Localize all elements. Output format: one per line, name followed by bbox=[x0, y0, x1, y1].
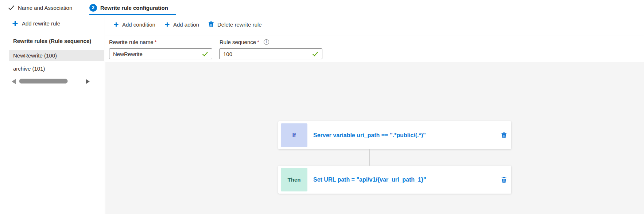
rewrite-rule-name-label: Rewrite rule name* bbox=[109, 39, 157, 45]
rule-sequence-field bbox=[219, 48, 322, 59]
add-rewrite-rule-button[interactable]: Add rewrite rule bbox=[12, 20, 60, 27]
green-check-icon bbox=[312, 51, 318, 56]
plus-icon bbox=[114, 22, 119, 27]
delete-rewrite-rule-button[interactable]: Delete rewrite rule bbox=[209, 20, 262, 29]
if-condition-card[interactable]: If Server variable uri_path == ".*public… bbox=[278, 121, 511, 149]
add-action-label: Add action bbox=[173, 21, 199, 28]
required-asterisk: * bbox=[155, 39, 157, 45]
plus-icon bbox=[165, 22, 170, 27]
plus-icon bbox=[12, 21, 18, 26]
rule-label: archive (101) bbox=[13, 66, 45, 72]
horizontal-scrollbar bbox=[9, 76, 104, 87]
scroll-right-arrow-icon[interactable] bbox=[86, 79, 90, 84]
green-check-icon bbox=[202, 51, 208, 56]
add-action-button[interactable]: Add action bbox=[165, 20, 199, 29]
rule-list-item-newrewrite[interactable]: NewRewrite (100) bbox=[9, 50, 104, 61]
required-asterisk: * bbox=[257, 39, 259, 45]
rewrite-rule-name-field bbox=[109, 48, 212, 59]
rule-sequence-input[interactable] bbox=[223, 51, 312, 57]
rewrite-rules-sidebar: Add rewrite rule Rewrite rules (Rule seq… bbox=[0, 15, 105, 214]
active-tab-underline bbox=[89, 14, 176, 15]
rule-label: NewRewrite (100) bbox=[13, 52, 57, 59]
then-badge: Then bbox=[281, 168, 307, 191]
tab-label: Rewrite rule configuration bbox=[100, 5, 168, 11]
add-condition-label: Add condition bbox=[122, 21, 155, 28]
tab-name-and-association[interactable]: Name and Association bbox=[8, 2, 72, 13]
if-badge: If bbox=[281, 123, 307, 147]
step-number-badge: 2 bbox=[89, 4, 97, 12]
info-icon[interactable]: i bbox=[264, 39, 269, 45]
check-icon bbox=[8, 5, 15, 10]
toolbar-divider bbox=[105, 36, 644, 36]
rewrite-rule-configuration-screen: Name and Association 2 Rewrite rule conf… bbox=[0, 0, 644, 214]
trash-icon bbox=[209, 21, 214, 27]
action-text[interactable]: Set URL path = "api/v1/{var_uri_path_1}" bbox=[313, 166, 426, 194]
add-rewrite-rule-label: Add rewrite rule bbox=[22, 20, 60, 27]
rule-list-item-archive[interactable]: archive (101) bbox=[9, 63, 104, 75]
delete-condition-trash-icon[interactable] bbox=[501, 132, 507, 138]
flow-connector-line bbox=[369, 149, 370, 166]
delete-rewrite-rule-label: Delete rewrite rule bbox=[217, 21, 262, 28]
then-action-card[interactable]: Then Set URL path = "api/v1/{var_uri_pat… bbox=[278, 166, 511, 194]
tab-rewrite-rule-configuration[interactable]: 2 Rewrite rule configuration bbox=[89, 2, 168, 13]
rule-sequence-label: Rule sequence* i bbox=[220, 39, 269, 45]
scrollbar-thumb[interactable] bbox=[19, 79, 68, 84]
add-condition-button[interactable]: Add condition bbox=[114, 20, 155, 29]
tab-label: Name and Association bbox=[18, 5, 72, 11]
delete-action-trash-icon[interactable] bbox=[501, 177, 507, 183]
rewrite-rule-name-input[interactable] bbox=[113, 51, 202, 57]
condition-text[interactable]: Server variable uri_path == ".*public/(.… bbox=[313, 121, 426, 149]
scroll-left-arrow-icon[interactable] bbox=[12, 79, 16, 84]
rule-list-header: Rewrite rules (Rule sequence) bbox=[13, 38, 91, 44]
